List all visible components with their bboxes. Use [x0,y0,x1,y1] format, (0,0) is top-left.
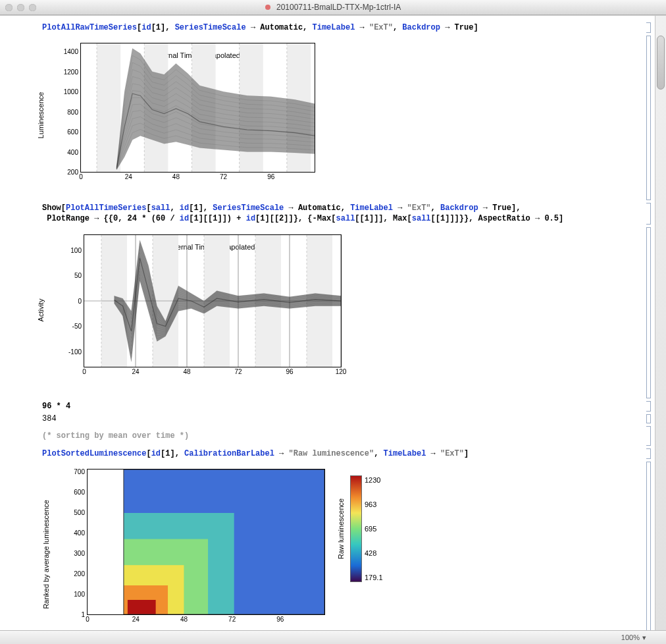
plot-frame: 024487296200400600800100012001400 [80,43,315,173]
input-cell[interactable]: 96 * 4 [0,400,655,413]
cell-bracket[interactable] [642,22,651,33]
cell-bracket[interactable] [642,426,651,446]
input-cell[interactable]: Show[PlotAllTimeSeries[sall, id[1], Seri… [0,201,655,225]
minimize-icon[interactable] [17,4,24,11]
y-axis-label: Luminescence [37,92,45,139]
color-legend: Raw luminescence 1230963695428179.1 [350,475,383,582]
luminescence-plot: Luminescence 024487296200400600800100012… [47,40,324,191]
svg-rect-33 [128,600,156,614]
legend-ticks: 1230963695428179.1 [365,476,383,581]
zoom-icon[interactable] [29,4,36,11]
y-axis-label: Ranked by average luminescence [42,500,50,609]
code-line[interactable]: PlotAllRawTimeSeries[id[1], SeriesTimeSc… [42,22,636,33]
close-icon[interactable] [5,4,13,11]
plot-canvas [81,43,315,172]
window-title: 20100711-BmalLD-TTX-Mp-1ctrl-IA [0,3,666,12]
zoom-level[interactable]: 100% [621,633,640,641]
output-cell: 384 [0,413,655,425]
scrollbar[interactable] [655,16,666,630]
output-cell: Activity 024487296120-100-50050100 Exter… [0,226,655,400]
svg-rect-0 [97,43,120,172]
modified-dot-icon [265,5,270,10]
plot-frame: 0244872961100200300400500600700 [87,469,325,615]
window-body: PlotAllRawTimeSeries[id[1], SeriesTimeSc… [0,15,666,630]
code-line[interactable]: 96 * 4 [42,401,636,412]
app-window: 20100711-BmalLD-TTX-Mp-1ctrl-IA PlotAllR… [0,0,666,644]
dropdown-arrow-icon[interactable]: ▾ [642,633,646,642]
cell-bracket[interactable] [642,462,651,630]
plot-canvas [84,235,341,367]
activity-plot: Activity 024487296120-100-50050100 Exter… [47,231,350,389]
traffic-lights [0,4,36,11]
cell-bracket[interactable] [642,36,651,200]
cell-bracket[interactable] [642,448,651,459]
heatmap-canvas [88,470,324,614]
window-title-text: 20100711-BmalLD-TTX-Mp-1ctrl-IA [276,3,401,12]
cell-bracket[interactable] [642,401,651,412]
input-cell[interactable]: PlotSortedLuminescence[id[1], Calibratio… [0,447,655,460]
cell-bracket[interactable] [642,203,651,224]
output-cell: Luminescence 024487296200400600800100012… [0,34,655,201]
input-cell[interactable]: (* sorting by mean over time *) [0,425,655,447]
code-line[interactable]: PlotSortedLuminescence[id[1], Calibratio… [42,448,636,459]
notebook-content[interactable]: PlotAllRawTimeSeries[id[1], SeriesTimeSc… [0,16,655,630]
input-cell[interactable]: PlotAllRawTimeSeries[id[1], SeriesTimeSc… [0,21,655,34]
scroll-thumb[interactable] [657,36,665,90]
comment-line[interactable]: (* sorting by mean over time *) [42,431,636,441]
cell-bracket[interactable] [642,227,651,398]
legend-title: Raw luminescence [337,498,345,559]
status-bar: 100% ▾ [0,630,666,644]
heatmap-plot: Ranked by average luminescence 024487296… [47,466,416,630]
y-axis-label: Activity [37,298,45,321]
legend-bar [350,475,362,582]
cell-bracket[interactable] [642,414,651,423]
plot-frame: 024487296120-100-50050100 [84,234,342,367]
output-value: 384 [42,414,636,423]
output-cell: Ranked by average luminescence 024487296… [0,460,655,630]
titlebar[interactable]: 20100711-BmalLD-TTX-Mp-1ctrl-IA [0,0,666,15]
code-line[interactable]: Show[PlotAllTimeSeries[sall, id[1], Seri… [42,203,636,224]
